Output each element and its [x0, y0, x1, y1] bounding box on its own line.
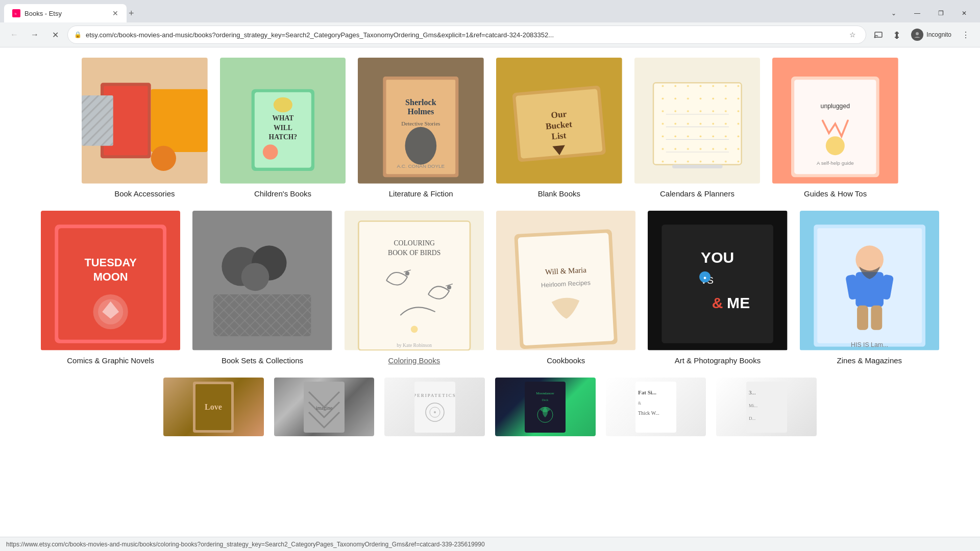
svg-text:Fat Si...: Fat Si... [638, 389, 656, 395]
category-item-literature[interactable]: Sherlock Holmes Detective Stories A.C. C… [358, 58, 484, 198]
svg-text:Deck: Deck [542, 398, 549, 402]
svg-text:TUESDAY: TUESDAY [84, 257, 137, 269]
svg-text:BOOK OF BIRDS: BOOK OF BIRDS [388, 249, 440, 257]
svg-text:unplugged: unplugged [821, 103, 850, 110]
category-label-zines: Zines & Magazines [837, 356, 902, 366]
svg-text:&: & [638, 401, 642, 406]
bottom-item-4[interactable]: Moondancer Deck [495, 378, 596, 436]
toolbar-actions: Incognito ⋮ [870, 27, 974, 43]
category-label-childrens: Children's Books [254, 189, 311, 199]
category-label-book-sets: Book Sets & Collections [222, 356, 303, 366]
svg-text:MOON: MOON [93, 270, 128, 283]
page-content: Book Accessories WHAT WILL HATCH? [0, 47, 980, 551]
lock-icon: 🔒 [74, 31, 82, 38]
reload-button[interactable]: ✕ [47, 27, 63, 43]
svg-text:Love: Love [205, 403, 222, 411]
svg-text:HATCH?: HATCH? [268, 133, 297, 141]
incognito-icon [911, 29, 923, 41]
category-item-calendars[interactable]: Calendars & Planners [634, 58, 761, 198]
svg-point-103 [434, 411, 436, 413]
svg-text:Mi...: Mi... [749, 403, 757, 408]
category-image-childrens: WHAT WILL HATCH? [220, 58, 346, 184]
back-button[interactable]: ← [6, 27, 22, 43]
category-image-book-accessories [82, 58, 208, 184]
svg-text:Holmes: Holmes [408, 107, 434, 116]
svg-point-48 [826, 136, 845, 155]
close-window-button[interactable]: ✕ [952, 5, 976, 21]
bottom-item-5[interactable]: Fat Si... & Thick W... [606, 378, 706, 436]
svg-text:3...: 3... [749, 389, 756, 395]
category-item-coloring[interactable]: COLOURING BOOK OF BIRDS by Kate Robinson [345, 211, 484, 365]
category-label-calendars: Calendars & Planners [660, 189, 734, 199]
svg-point-19 [273, 97, 292, 113]
svg-point-12 [151, 146, 176, 171]
svg-point-3 [874, 37, 876, 38]
category-item-art-photo[interactable]: YOU VS & ME ● Art & Photography Books [648, 211, 787, 365]
category-item-comics[interactable]: TUESDAY MOON Comics & Graphic Novels [41, 211, 180, 365]
svg-text:HIS IS Lam...: HIS IS Lam... [851, 341, 888, 348]
svg-text:imagine: imagine [316, 405, 333, 411]
minimize-button[interactable]: — [905, 5, 929, 21]
svg-point-60 [241, 263, 270, 291]
bottom-item-6[interactable]: 3... Mi... D... [716, 378, 817, 436]
svg-text:WHAT: WHAT [272, 114, 293, 122]
category-image-zines: HIS IS Lam... [800, 211, 939, 350]
category-image-blank-books: Our Bucket List [496, 58, 622, 184]
forward-button[interactable]: → [27, 27, 43, 43]
browser-title-bar: b Books - Etsy ✕ + ⌄ — ❐ ✕ [0, 0, 980, 22]
svg-text:Moondancer: Moondancer [536, 391, 555, 395]
category-image-coloring: COLOURING BOOK OF BIRDS by Kate Robinson [345, 211, 484, 350]
category-image-literature: Sherlock Holmes Detective Stories A.C. C… [358, 58, 484, 184]
svg-text:Detective Stories: Detective Stories [402, 120, 440, 127]
address-bar[interactable]: 🔒 etsy.com/c/books-movies-and-music/book… [67, 26, 866, 44]
category-image-cookbooks: Will & Maria Heirloom Recipes [496, 211, 635, 350]
status-url: https://www.etsy.com/c/books-movies-and-… [6, 541, 485, 548]
maximize-button[interactable]: ❐ [929, 5, 952, 21]
status-bar: https://www.etsy.com/c/books-movies-and-… [0, 537, 980, 551]
new-tab-button[interactable]: + [129, 8, 134, 19]
svg-point-20 [263, 144, 278, 160]
browser-tab[interactable]: b Books - Etsy ✕ [4, 4, 127, 22]
category-item-book-accessories[interactable]: Book Accessories [82, 58, 208, 198]
bottom-item-1[interactable]: Love [163, 378, 264, 436]
category-label-guides: Guides & How Tos [804, 189, 867, 199]
cast-button[interactable] [870, 27, 887, 43]
svg-point-27 [405, 127, 437, 165]
svg-point-87 [855, 246, 884, 274]
svg-text:by Kate Robinson: by Kate Robinson [397, 342, 432, 348]
incognito-label: Incognito [926, 31, 951, 38]
tab-title: Books - Etsy [24, 10, 108, 17]
category-grid-row2: TUESDAY MOON Comics & Graphic Novels [41, 211, 939, 365]
bottom-image-3: PERIPATETICS [384, 378, 485, 436]
menu-button[interactable]: ⋮ [958, 27, 974, 43]
extensions-button[interactable] [889, 27, 905, 43]
category-label-cookbooks: Cookbooks [547, 356, 585, 366]
category-grid-row1: Book Accessories WHAT WILL HATCH? [41, 58, 939, 211]
category-item-blank-books[interactable]: Our Bucket List Blank Books [496, 58, 622, 198]
svg-text:&: & [712, 295, 723, 312]
category-item-cookbooks[interactable]: Will & Maria Heirloom Recipes Cookbooks [496, 211, 635, 365]
bookmark-button[interactable]: ☆ [845, 28, 860, 42]
tab-close-button[interactable]: ✕ [112, 9, 118, 17]
bottom-item-3[interactable]: PERIPATETICS [384, 378, 485, 436]
bottom-image-1: Love [163, 378, 264, 436]
svg-text:List: List [551, 131, 567, 141]
category-item-guides[interactable]: unplugged A self-help guide Guides & How… [772, 58, 898, 198]
svg-text:PERIPATETICS: PERIPATETICS [414, 393, 455, 398]
category-item-book-sets[interactable]: Book Sets & Collections [192, 211, 332, 365]
svg-text:b: b [15, 12, 17, 16]
svg-rect-9 [82, 95, 113, 146]
svg-rect-77 [662, 225, 774, 343]
incognito-profile-button[interactable]: Incognito [907, 27, 955, 43]
bottom-item-2[interactable]: imagine [274, 378, 375, 436]
category-label-coloring: Coloring Books [388, 356, 440, 366]
bottom-image-2: imagine [274, 378, 375, 436]
browser-toolbar: ← → ✕ 🔒 etsy.com/c/books-movies-and-musi… [0, 22, 980, 47]
category-item-childrens-books[interactable]: WHAT WILL HATCH? Children's Books [220, 58, 346, 198]
category-item-zines[interactable]: HIS IS Lam... Zines & Magazines [800, 211, 939, 365]
svg-rect-11 [151, 89, 208, 152]
svg-rect-2 [875, 32, 882, 37]
svg-rect-92 [871, 306, 882, 330]
tab-dropdown-button[interactable]: ⌄ [882, 5, 905, 21]
svg-rect-91 [857, 306, 868, 330]
